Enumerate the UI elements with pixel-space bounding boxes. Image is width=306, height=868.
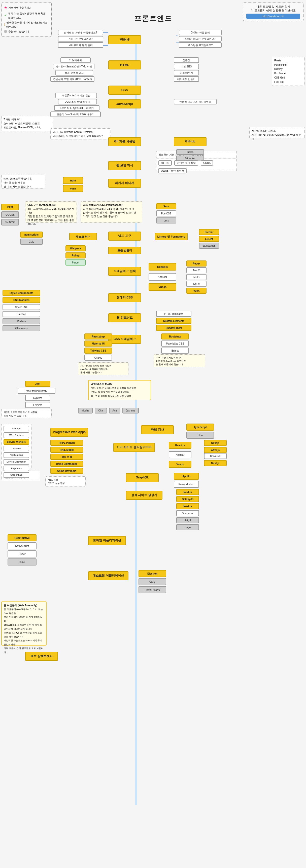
node-hosting: 호스팅은 무엇일까요? [179,42,222,48]
node-dns: DNS와 작동 원리 [179,30,222,35]
node-bem: BEM [1,204,19,210]
node-rail: RAIL Model [50,447,83,453]
node-module-bundler: 모듈 번들러 [108,247,141,254]
node-relay-modern: Relay Modern [174,481,199,488]
node-basic-learn: 기초 배우기 [60,57,91,63]
pwa-bottom-note: 계산, 측정그리고 성능 향상 [45,476,86,487]
node-bootstrap: Bootstrap [161,334,189,340]
node-framework: 프레임워크 선택 [108,267,141,276]
npm-note-box: npm, yarn 모두 좋습니다. 어떠한 것을 배우든 별 다른 차이는 없… [1,175,45,188]
css-properties-box: FloatsPositioningDisplayBox ModelCSS Gri… [272,57,305,86]
node-web-components: 웹 컴포넌트 [108,313,141,322]
node-angular-ssr: Angular [169,451,191,458]
node-build-tools: 빌드 도구 [108,231,141,241]
node-afterjs: Atter.js [204,447,227,453]
node-flow: Flow [186,432,214,439]
node-styled-jsx: Styled JSX [2,304,40,310]
node-radium: Radium [2,318,40,324]
node-basic-learn2: 기초 배우기 [174,70,199,75]
node-vue: Vue.js [148,283,176,291]
node-prettier: Prettier [199,229,219,235]
node-chakro: Chakro [84,354,112,361]
node-nuxtjs: Nuxt.js [204,460,227,466]
node-jekyll: Jekyll [176,517,199,523]
js-concepts-box: 7 개념 이해하기 호이스팅, 이벤트 버블링, 스코프 프로토타입, Shad… [1,116,53,131]
node-browser: 브라우저와 동작 원리 [58,42,103,48]
node-semantic-html: 의미론적(Sematic)인 HTML 작성 [53,64,94,69]
node-javascript: JavaScript [108,99,141,108]
page-wrapper: ★ 개인적인 추천 / 의견 ✓ 대체 가능 옵션 · 빨간색 체크 혹은 보라… [0,0,306,868]
node-git: Git 기본 사용법 [108,137,141,146]
roadmap-link[interactable]: http://roadmap.sh [246,13,300,19]
bootstrap-note: CSS 기반 프레임워크이며기본적인 JavaScript 컴포넌트는 함께 제… [154,354,205,367]
node-pwa: Progressive Web Apps [50,428,88,437]
node-html: HTML [108,60,141,69]
node-redux: Redux [186,260,206,267]
node-gatsbyjs: GatsbyJS [176,496,199,502]
legend-item-personal: ★ 개인적인 추천 / 의견 [4,5,49,11]
node-type-checking: 타입 검사 [141,425,174,434]
node-proton-native: Proton Native [139,586,166,593]
node-how-internet: 인터넷은 어떻게 작동할까요? [58,30,103,35]
node-styled-components: Styled Components [2,290,40,296]
node-vuex: VueX [186,288,206,294]
node-materialize: Materialize CSS [161,341,189,346]
css-preproc-box: CSS 전처리기 (CSS Preprocessor) 최신 프레임워크들이 C… [81,202,142,223]
legend-item-gray: 추천하지 않습니다 [4,29,49,34]
node-service-workers: Service Workers [3,439,29,445]
node-hugo: Hugo [176,524,199,530]
node-smacss: SMACSS [1,219,19,225]
node-layout: 레이아웃 만들기 [174,76,199,82]
node-static-site: 정적 사이트 생성기 [126,491,162,500]
storage-services-box: 저장소 호스팅 서비스계정 생성 및 깃허브 (Github) 사용 방법 배우… [249,127,305,138]
node-device-orientation: Device Orientation [3,459,29,465]
testing-box: 영웹 테스트 하세요 단위, 통합, 기능 테스트의 차이점을 학습하고 곳에서… [88,380,151,400]
node-form-validation: 폼과 유효성 검사 [55,70,93,75]
node-performance: 성능 분석 [50,454,83,460]
node-graphql: GraphQL [126,473,159,482]
node-webpack: Webpack [65,245,86,251]
legend-box: ★ 개인적인 추천 / 의견 ✓ 대체 가능 옵션 · 빨간색 체크 혹은 보라… [1,2,52,36]
node-universal: Universal [204,453,227,459]
node-jest: Jest [25,381,50,387]
node-parcel: Parcel [65,259,86,266]
node-cypress: Cypress [25,395,50,401]
node-notifications: Notifications [3,452,29,458]
legend-item-check: ✓ 대체 가능 옵션 · 빨간색 체크 혹은 보라색 체크 [4,11,49,20]
node-task-runner: 태스크 러너 [69,233,97,240]
node-mobile: 모바일 어플리케이션 [88,536,126,545]
node-linters: Linters 및 Formatters [155,233,188,240]
node-modern-css: 현대의 CSS [108,293,141,302]
node-web-security: 팹 보안 지식 [108,161,141,170]
node-nextjs: Next.js [204,440,227,446]
node-continue[interactable]: 계속 탐색하세요 [25,652,58,661]
node-seo: 기본 SEO [174,64,199,69]
node-ssr: 서버 사이드 렌더링 (SSR) [113,443,155,452]
node-nativescript: NativeScript [7,542,36,549]
test-tools-row: Mocha Chai Ava Jasmine [78,408,139,413]
node-mobx: MobX [186,267,206,273]
node-css-modules: CSS Modules [2,297,40,303]
node-rtl: react-testing-library [18,388,55,394]
all-test-note: 이것만으로도 모든 테스트 사항을충족 시킬 수 있습니다. [1,409,52,418]
node-angular: Angular [148,273,176,281]
node-oocss: OOCSS [1,211,19,218]
css-arch-box: CSS 구조 (Architecture) 최신 프레임워크코드 CSS-in-… [25,202,77,223]
node-npm-scripts: npm scripts [20,231,43,238]
node-devtools: Using DevTools [50,468,83,474]
node-postcss: PostCSS [156,210,176,216]
node-react: React.js [148,263,176,271]
node-carlo: Carlo [139,578,166,585]
node-reactstrap: Reactstrap [84,334,112,340]
node-github: GitHub [174,137,206,146]
vcs-box: 버전 관리 (Version Control Systems)버전관리는 무엇일… [50,128,111,140]
js-only-note: JS기반으로 프레임워크 기반의JavaScript 어플리케이션과함께 사용가… [78,363,129,375]
legend-item-warning: ! 엄격한 순서를 가지지 않아요 (언제든 배우세요) [4,20,49,29]
node-vuejs-ssr: Vue.js [169,461,191,468]
node-material-ui: Material UI [84,341,112,346]
node-sass: Sass [156,203,176,209]
node-custom-elements: Custom Elements [156,318,191,324]
node-best-practice: 컨벤션과 모범 사례 (Best Practice) [50,76,94,82]
node-css-framework: CSS 프레임워크 [108,335,141,344]
node-vuepress: Vuepress [176,510,199,516]
